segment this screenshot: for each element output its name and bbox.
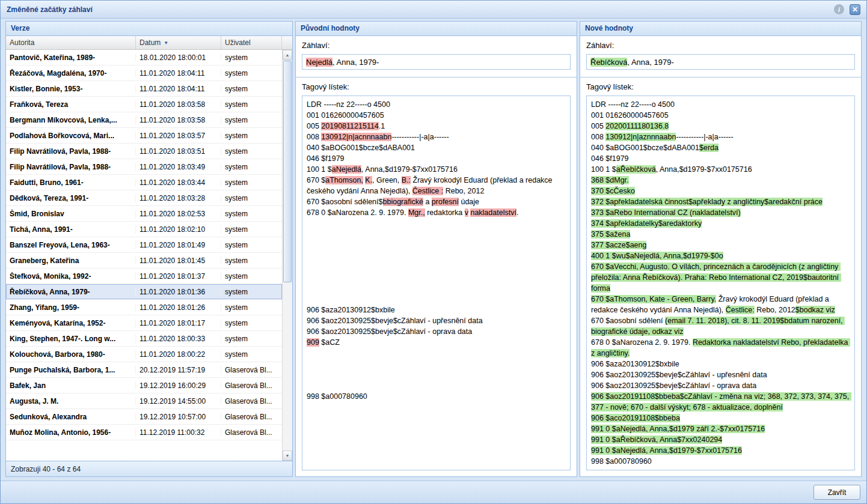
cell-uzivatel: system	[221, 225, 282, 234]
text-segment: , Anna, 1979-	[627, 58, 673, 67]
text-segment: 678 0 $aNarozena 2. 9. 1979.	[591, 338, 693, 347]
text-segment: 670 $aosobní sdělení	[591, 317, 665, 325]
table-row[interactable]: Graneberg, Kateřina11.01.2020 18:01:45sy…	[6, 253, 282, 269]
cell-datum: 11.01.2020 18:01:37	[136, 272, 221, 281]
marc-line	[307, 272, 566, 283]
text-segment: 040 $aBOG001$bcze$dABA001	[591, 144, 699, 152]
text-segment: 906 $aoz20130925$bevje$cZáhlaví - upřesn…	[591, 371, 767, 379]
cell-uzivatel: system	[221, 194, 282, 202]
column-header-autorita[interactable]: Autorita	[6, 36, 136, 49]
column-label-uzivatel: Uživatel	[225, 38, 251, 47]
table-row[interactable]: Filip Navrátilová, Pavla, 1988-11.01.202…	[6, 159, 282, 175]
scrollbar-thumb[interactable]	[283, 61, 292, 282]
cell-autorita: Řebíčková, Anna, 1979-	[6, 288, 136, 296]
text-segment: 008	[307, 133, 321, 141]
info-icon[interactable]: i	[834, 4, 844, 14]
scroll-down-icon[interactable]: ▼	[283, 451, 292, 461]
marc-line: 670 $aThomson, Kate - Green, Barry. Žrav…	[591, 294, 850, 315]
new-panel-title: Nové hodnoty	[580, 22, 861, 36]
diff-highlight: 375 $ažena	[591, 230, 630, 238]
table-row[interactable]: Augusta, J. M.19.12.2019 14:55:00Glasero…	[6, 393, 282, 409]
marc-line: 373 $aRebo International CZ (nakladatels…	[591, 207, 850, 218]
cell-datum: 11.01.2020 18:02:53	[136, 210, 221, 218]
cell-datum: 11.01.2020 18:03:44	[136, 178, 221, 187]
marc-line: 040 $aBOG001$bcze$dABA001	[307, 142, 566, 153]
table-row[interactable]: Šmid, Bronislav11.01.2020 18:02:53system	[6, 206, 282, 222]
marc-line: 008 130912|n|aznnnaabn-----------|-a|a--…	[591, 132, 850, 142]
table-row[interactable]: Punge Puchalská, Barbora, 1...20.12.2019…	[6, 362, 282, 378]
text-segment: 906 $aoz20130925$bevje$cZáhlaví - oprava…	[307, 327, 472, 336]
cell-datum: 11.12.2019 11:00:32	[136, 428, 221, 437]
marc-line	[307, 250, 566, 261]
table-row[interactable]: Kistler, Bonnie, 1953-11.01.2020 18:04:1…	[6, 81, 282, 97]
table-row[interactable]: Bergmann Míkovcová, Lenka,...11.01.2020 …	[6, 112, 282, 128]
cell-autorita: Kolouchová, Barbora, 1980-	[6, 350, 136, 359]
scroll-up-icon[interactable]: ▲	[283, 50, 292, 60]
marc-line: 372 $apřekladatelská činnost$apřeklady z…	[591, 196, 850, 207]
table-row[interactable]: Pantovič, Kateřina, 1989-18.01.2020 18:0…	[6, 50, 282, 65]
text-segment: .	[516, 208, 518, 217]
table-row[interactable]: Keményová, Katarína, 1952-11.01.2020 18:…	[6, 315, 282, 331]
diff-highlight: 368 $dMgr.	[591, 176, 629, 184]
table-row[interactable]: Kolouchová, Barbora, 1980-11.01.2020 18:…	[6, 347, 282, 362]
cell-autorita: Podlahová Bořkovcová, Mari...	[6, 132, 136, 140]
marc-line: 670 $aVecchi, Augusto. O vílách, princez…	[591, 261, 850, 294]
table-row[interactable]: Podlahová Bořkovcová, Mari...11.01.2020 …	[6, 128, 282, 144]
text-segment: a	[423, 198, 432, 206]
marc-line: LDR -----nz 22-----o 4500	[307, 99, 566, 110]
marc-line	[307, 229, 566, 240]
grid-scrollbar[interactable]: ▲ ▼	[282, 50, 292, 461]
new-heading-input[interactable]: Řebíčková, Anna, 1979-	[586, 54, 855, 70]
text-segment: 906 $aoz20130925$bevje$cZáhlaví - oprava…	[591, 381, 756, 390]
table-row[interactable]: Fraňková, Tereza11.01.2020 18:03:58syste…	[6, 97, 282, 112]
table-row[interactable]: Dědková, Tereza, 1991-11.01.2020 18:03:2…	[6, 190, 282, 206]
column-header-datum[interactable]: Datum ▼	[136, 36, 221, 49]
text-segment: $aCZ	[319, 338, 340, 347]
table-row[interactable]: Banszel Freyová, Lena, 1963-11.01.2020 1…	[6, 237, 282, 253]
text-segment: 906 $aoz20130925$bevje$cZáhlaví - upřesn…	[307, 317, 483, 325]
grid-header: Autorita Datum ▼ Uživatel	[6, 36, 292, 50]
cell-datum: 11.01.2020 18:03:51	[136, 147, 221, 156]
table-row[interactable]: Faidutti, Bruno, 1961-11.01.2020 18:03:4…	[6, 175, 282, 190]
original-panel-title: Původní hodnoty	[296, 22, 577, 36]
cell-uzivatel: system	[221, 53, 282, 62]
cell-datum: 11.01.2020 18:03:57	[136, 132, 221, 140]
marc-line: 100 1 $aNejedlá, Anna,$d1979-$7xx0175716	[307, 164, 566, 175]
title-bar: Změněné začátky záhlaví i ✕	[1, 1, 866, 19]
text-segment: 906 $aza20130912$bxbile	[591, 360, 679, 368]
table-row[interactable]: Štefková, Monika, 1992-11.01.2020 18:01:…	[6, 269, 282, 284]
window-close-icon[interactable]: ✕	[850, 4, 860, 15]
table-row[interactable]: Tichá, Anna, 1991-11.01.2020 18:02:10sys…	[6, 222, 282, 237]
diff-highlight: $bodkaz viz	[795, 306, 835, 314]
paging-status: Zobrazuji 40 - 64 z 64	[6, 461, 292, 476]
table-row[interactable]: Filip Navrátilová, Pavla, 1988-11.01.202…	[6, 144, 282, 159]
cell-autorita: Muñoz Molina, Antonio, 1956-	[6, 428, 136, 437]
close-button[interactable]: Zavřít	[813, 485, 860, 500]
cell-uzivatel: system	[221, 69, 282, 77]
table-row[interactable]: Řezáčová, Magdaléna, 1970-11.01.2020 18:…	[6, 65, 282, 81]
table-row-selected[interactable]: Řebíčková, Anna, 1979-11.01.2020 18:01:3…	[6, 284, 282, 300]
column-header-uzivatel[interactable]: Uživatel	[221, 36, 282, 49]
marc-line: 377 $acze$aeng	[591, 240, 850, 250]
table-row[interactable]: Sedunková, Alexandra19.12.2019 10:57:00G…	[6, 409, 282, 425]
diff-highlight: 377 $acze$aeng	[591, 241, 646, 249]
marc-line: 998 $a000780960	[307, 391, 566, 402]
table-row[interactable]: Bafek, Jan19.12.2019 16:00:29Glaserová B…	[6, 378, 282, 393]
diff-highlight: 909	[307, 338, 319, 347]
cell-uzivatel: system	[221, 210, 282, 218]
diff-highlight: 991 0 $aŘebíčková, Anna$7xx0240294	[591, 436, 722, 444]
marc-line: 906 $aoz20130925$bevje$cZáhlaví - oprava…	[307, 326, 566, 337]
cell-uzivatel: system	[221, 303, 282, 312]
cell-datum: 11.01.2020 18:01:36	[136, 288, 221, 296]
table-row[interactable]: Zhang, Yifang, 1959-11.01.2020 18:01:26s…	[6, 300, 282, 315]
cell-datum: 11.01.2020 18:00:22	[136, 350, 221, 359]
cell-uzivatel: system	[221, 241, 282, 249]
diff-highlight: 374 $apřekladatelky$aredaktorky	[591, 219, 702, 228]
diff-highlight: $erda	[699, 144, 718, 152]
table-row[interactable]: King, Stephen, 1947-. Long w...11.01.202…	[6, 331, 282, 347]
original-heading-input[interactable]: Nejedlá, Anna, 1979-	[302, 54, 571, 70]
cell-uzivatel: system	[221, 100, 282, 109]
text-segment: redaktorka	[425, 208, 465, 217]
cell-uzivatel: system	[221, 116, 282, 124]
table-row[interactable]: Muñoz Molina, Antonio, 1956-11.12.2019 1…	[6, 425, 282, 440]
